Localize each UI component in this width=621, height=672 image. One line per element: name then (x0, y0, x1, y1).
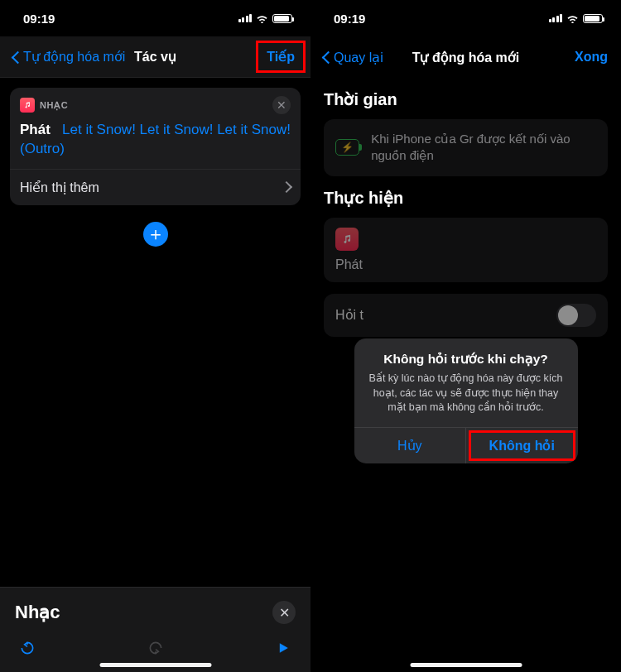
alert-confirm-button[interactable]: Không hỏi (465, 428, 578, 463)
music-app-icon (335, 228, 359, 251)
show-more-label: Hiển thị thêm (20, 180, 99, 195)
back-button[interactable]: Tự động hóa mới (13, 49, 125, 65)
screen-automation-summary: 09:19 Quay lại Tự động hóa mới Xong Thời… (310, 0, 621, 672)
next-button[interactable]: Tiếp (264, 49, 297, 65)
section-when-title: Thời gian (310, 78, 621, 119)
screen-actions: 09:19 Tự động hóa mới Tác vụ Tiếp NHẠC ✕… (0, 0, 310, 672)
status-time: 09:19 (334, 12, 365, 26)
card-header: NHẠC ✕ (10, 88, 301, 119)
battery-icon (583, 14, 603, 23)
nav-bar: Tự động hóa mới Tác vụ Tiếp (0, 36, 310, 78)
alert-title: Không hỏi trước khi chạy? (368, 352, 565, 367)
plus-icon: ＋ (147, 225, 165, 243)
alert-message: Bất kỳ lúc nào tự động hóa này được kích… (368, 372, 565, 415)
charger-icon: ⚡ (335, 139, 359, 156)
bottom-sheet: Nhạc ✕ (0, 587, 310, 672)
undo-button[interactable] (15, 636, 40, 660)
done-button[interactable]: Xong (575, 50, 608, 65)
cellular-icon (238, 14, 253, 22)
content-area: Thời gian ⚡ Khi iPhone của Gr được kết n… (310, 78, 621, 672)
chevron-right-icon (282, 183, 291, 191)
confirm-alert: Không hỏi trước khi chạy? Bất kỳ lúc nào… (354, 338, 578, 463)
ask-before-switch[interactable] (556, 304, 596, 327)
battery-icon (272, 14, 292, 23)
section-do-title: Thực hiện (310, 176, 621, 218)
status-time: 09:19 (23, 12, 55, 26)
action-card: NHẠC ✕ Phát Let it Snow! Let it Snow! Le… (10, 88, 301, 205)
nav-bar: Quay lại Tự động hóa mới Xong (310, 36, 621, 78)
alert-cancel-button[interactable]: Hủy (354, 428, 466, 463)
home-indicator[interactable] (410, 663, 522, 667)
wifi-icon (256, 12, 268, 26)
ask-before-label: Hỏi t (335, 307, 363, 323)
card-app-name: NHẠC (40, 100, 68, 111)
run-button[interactable] (271, 636, 296, 660)
action-summary[interactable]: Phát (324, 218, 608, 282)
content-area: NHẠC ✕ Phát Let it Snow! Let it Snow! Le… (0, 78, 310, 672)
music-app-icon (20, 98, 35, 113)
wifi-icon (566, 12, 579, 26)
action-summary-label: Phát (335, 257, 596, 272)
action-verb: Phát (20, 122, 51, 137)
status-bar: 09:19 (0, 0, 310, 36)
back-label: Tự động hóa mới (23, 49, 125, 65)
ask-before-row[interactable]: Hỏi t (324, 294, 608, 337)
show-more-button[interactable]: Hiển thị thêm (10, 169, 301, 205)
chevron-left-icon (324, 50, 333, 65)
add-action-button[interactable]: ＋ (143, 222, 168, 247)
status-indicators (238, 12, 293, 26)
cellular-icon (549, 14, 563, 22)
redo-button[interactable] (143, 636, 168, 660)
back-label: Quay lại (334, 50, 383, 65)
home-indicator[interactable] (99, 663, 211, 667)
action-description[interactable]: Phát Let it Snow! Let it Snow! Let it Sn… (10, 119, 301, 169)
sheet-title: Nhạc (15, 602, 60, 623)
trigger-row[interactable]: ⚡ Khi iPhone của Gr được kết nối vào ngu… (324, 119, 608, 176)
chevron-left-icon (13, 50, 22, 65)
trigger-description: Khi iPhone của Gr được kết nối vào nguồn… (371, 131, 596, 165)
status-indicators (549, 12, 604, 26)
sheet-close-button[interactable]: ✕ (272, 601, 296, 624)
remove-action-button[interactable]: ✕ (272, 96, 291, 114)
back-button[interactable]: Quay lại (324, 50, 383, 65)
status-bar: 09:19 (310, 0, 621, 36)
